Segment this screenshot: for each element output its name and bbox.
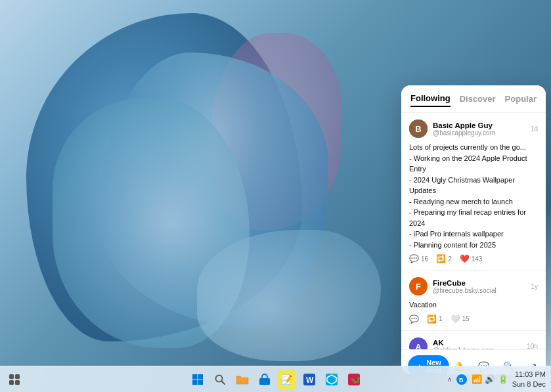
svg-rect-21 [259, 378, 270, 385]
like-action[interactable]: ❤️ 143 [460, 254, 483, 263]
post-actions: 💬 16 🔁 2 ❤️ 143 [409, 254, 538, 263]
comment-count: 16 [421, 255, 428, 263]
taskbar-right: ∧ B 📶 🔊 🔋 11:03 PM Sun 8 Dec [447, 370, 546, 389]
speaker-icon: 🔊 [485, 374, 495, 384]
repost-icon: 🔁 [427, 315, 437, 324]
posts-container: B Basic Apple Guy @basicappleguy.com 1d … [401, 113, 546, 349]
taskbar-notes-icon[interactable]: 📝 [278, 370, 296, 389]
comment-action[interactable]: 💬 16 [409, 254, 428, 263]
taskbar-store-icon[interactable] [255, 370, 274, 389]
post-item: A AK @akfamilyhome.com 10h Therapist: "A… [401, 331, 546, 350]
tab-popular[interactable]: Popular [505, 94, 537, 106]
comment-action[interactable]: 💬 [409, 315, 419, 324]
post-meta: Basic Apple Guy @basicappleguy.com [433, 121, 525, 137]
svg-rect-14 [15, 380, 20, 385]
svg-text:W: W [306, 376, 314, 385]
date-display: Sun 8 Dec [512, 380, 546, 389]
taskbar-word-icon[interactable]: W [300, 370, 319, 389]
like-action[interactable]: 🤍 15 [451, 315, 470, 324]
post-actions: 💬 🔁 1 🤍 15 [409, 315, 538, 324]
svg-rect-12 [15, 374, 20, 379]
post-handle: @akfamilyhome.com [433, 347, 521, 349]
post-time: 1y [531, 283, 538, 290]
tab-discover[interactable]: Discover [460, 94, 496, 106]
post-author: Basic Apple Guy [433, 121, 525, 129]
post-handle: @basicappleguy.com [433, 129, 525, 137]
start-button[interactable] [188, 370, 207, 389]
repost-action[interactable]: 🔁 2 [436, 254, 452, 263]
wifi-icon: 📶 [472, 374, 482, 384]
post-header: B Basic Apple Guy @basicappleguy.com 1d [409, 120, 538, 138]
svg-rect-13 [9, 380, 14, 385]
taskbar-file-explorer-icon[interactable] [233, 370, 252, 389]
svg-text:F: F [416, 282, 421, 292]
tray-bluesky-icon[interactable]: B [454, 372, 469, 387]
repost-action[interactable]: 🔁 1 [427, 315, 443, 324]
post-time: 1d [531, 125, 538, 133]
tab-following[interactable]: Following [410, 93, 451, 107]
feed-tabs: Following Discover Popular [401, 85, 546, 113]
svg-line-20 [221, 381, 225, 384]
svg-text:A: A [415, 342, 422, 350]
time-date[interactable]: 11:03 PM Sun 8 Dec [512, 370, 546, 389]
post-author: FireCube [433, 279, 525, 287]
system-tray: ∧ B 📶 🔊 🔋 [447, 372, 508, 387]
repost-icon: 🔁 [436, 254, 446, 263]
like-count: 15 [462, 315, 470, 322]
taskbar: 📝 W 🦋 ∧ [0, 366, 551, 392]
taskbar-app1-icon[interactable] [322, 370, 341, 389]
post-meta: AK @akfamilyhome.com [433, 339, 521, 349]
post-item: F FireCube @firecube.bsky.social 1y Vaca… [401, 271, 546, 331]
post-meta: FireCube @firecube.bsky.social [433, 279, 525, 294]
svg-text:B: B [415, 124, 421, 134]
post-text: Lots of projects currently on the go... … [409, 142, 538, 250]
like-count: 143 [472, 255, 483, 263]
svg-rect-11 [9, 374, 14, 379]
taskbar-butterfly-icon[interactable]: 🦋 [345, 370, 363, 389]
avatar: A [409, 338, 428, 350]
comment-icon: 💬 [409, 315, 419, 324]
taskbar-left [5, 370, 24, 389]
svg-text:B: B [459, 377, 464, 383]
repost-count: 2 [448, 255, 452, 263]
svg-rect-16 [198, 374, 203, 380]
post-header: A AK @akfamilyhome.com 10h [409, 338, 538, 350]
post-item: B Basic Apple Guy @basicappleguy.com 1d … [401, 113, 546, 271]
svg-rect-18 [198, 380, 203, 385]
post-handle: @firecube.bsky.social [433, 287, 525, 294]
bg-blob-4 [197, 230, 381, 361]
widgets-icon[interactable] [5, 370, 24, 389]
repost-count: 1 [439, 315, 443, 322]
bluesky-panel: Following Discover Popular B Basic Apple… [401, 85, 546, 374]
battery-icon: 🔋 [498, 374, 508, 384]
post-header: F FireCube @firecube.bsky.social 1y [409, 277, 538, 295]
avatar: F [409, 277, 428, 295]
clock: 11:03 PM [512, 370, 546, 379]
like-icon: ❤️ [460, 254, 470, 263]
avatar: B [409, 120, 428, 138]
post-author: AK [433, 339, 521, 347]
comment-icon: 💬 [409, 254, 419, 263]
svg-text:🦋: 🦋 [351, 375, 360, 385]
tray-chevron[interactable]: ∧ [447, 376, 452, 383]
taskbar-search-icon[interactable] [211, 370, 229, 389]
post-time: 10h [527, 343, 538, 349]
like-icon: 🤍 [451, 315, 460, 324]
svg-rect-17 [192, 380, 198, 385]
svg-rect-15 [192, 374, 198, 380]
taskbar-center: 📝 W 🦋 [188, 370, 363, 389]
post-text: Vacation [409, 299, 538, 311]
